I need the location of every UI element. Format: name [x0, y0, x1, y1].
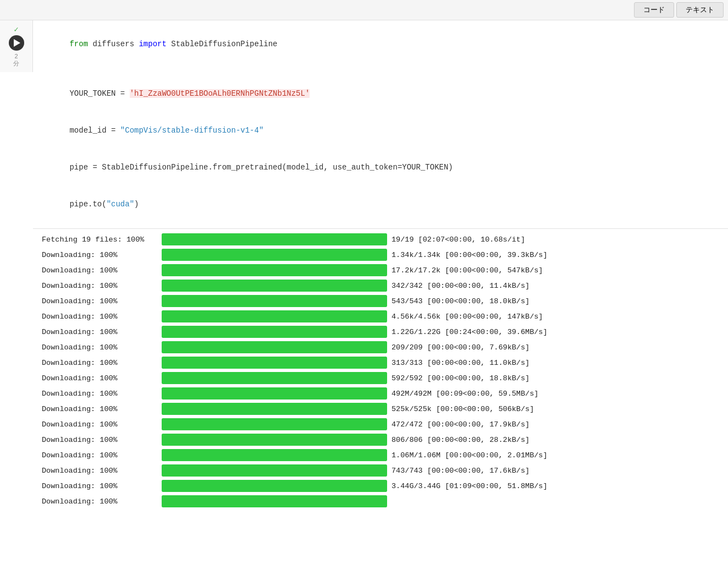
- progress-bar-container: [162, 387, 387, 400]
- progress-bar-container: [162, 341, 387, 353]
- progress-bar-container: [162, 233, 387, 245]
- progress-label: Downloading: 100%: [42, 297, 157, 305]
- progress-stats: 525k/525k [00:00<00:00, 506kB/s]: [391, 405, 534, 413]
- progress-label: Downloading: 100%: [42, 390, 157, 398]
- progress-row: Downloading: 100%472/472 [00:00<00:00, 1…: [42, 418, 695, 430]
- progress-row: Downloading: 100%1.06M/1.06M [00:00<00:0…: [42, 449, 695, 461]
- progress-label: Downloading: 100%: [42, 467, 157, 475]
- progress-bar-fill: [162, 249, 387, 261]
- progress-bar-fill: [162, 295, 387, 307]
- progress-label: Downloading: 100%: [42, 374, 157, 382]
- progress-label: Downloading: 100%: [42, 251, 157, 259]
- top-toolbar: コード テキスト: [0, 0, 728, 20]
- progress-stats: 342/342 [00:00<00:00, 11.4kB/s]: [391, 282, 530, 290]
- progress-label: Downloading: 100%: [42, 359, 157, 367]
- progress-stats: 472/472 [00:00<00:00, 17.9kB/s]: [391, 420, 530, 429]
- progress-stats: 806/806 [00:00<00:00, 28.2kB/s]: [391, 436, 530, 444]
- text-button[interactable]: テキスト: [676, 2, 724, 18]
- progress-label: Downloading: 100%: [42, 420, 157, 429]
- progress-bar-container: [162, 372, 387, 384]
- progress-label: Downloading: 100%: [42, 436, 157, 444]
- progress-row: Downloading: 100%806/806 [00:00<00:00, 2…: [42, 434, 695, 446]
- progress-bar-fill: [162, 480, 387, 492]
- progress-label: Downloading: 100%: [42, 405, 157, 413]
- progress-stats: 313/313 [00:00<00:00, 11.0kB/s]: [391, 359, 530, 367]
- progress-bar-fill: [162, 387, 387, 400]
- progress-row: Downloading: 100%1.22G/1.22G [00:24<00:0…: [42, 326, 695, 338]
- token-string: 'hI_ZzaWO0UtPE1BOoALh0ERNhPGNtZNb1Nz5L': [130, 89, 310, 98]
- progress-label: Fetching 19 files: 100%: [42, 236, 157, 244]
- code-text: pipe.to(: [69, 200, 106, 209]
- progress-bar-fill: [162, 280, 387, 292]
- progress-row: Downloading: 100%3.44G/3.44G [01:09<00:0…: [42, 480, 695, 492]
- code-button[interactable]: コード: [634, 2, 674, 18]
- progress-stats: 1.06M/1.06M [00:00<00:00, 2.01MB/s]: [391, 451, 548, 459]
- progress-label: Downloading: 100%: [42, 343, 157, 352]
- progress-bar-fill: [162, 233, 387, 245]
- progress-bar-container: [162, 310, 387, 322]
- progress-row: Downloading: 100%1.34k/1.34k [00:00<00:0…: [42, 249, 695, 261]
- progress-stats: 743/743 [00:00<00:00, 17.6kB/s]: [391, 467, 530, 475]
- progress-label: Downloading: 100%: [42, 282, 157, 290]
- progress-bar-container: [162, 264, 387, 276]
- code-text: YOUR_TOKEN =: [69, 89, 129, 98]
- progress-bar-fill: [162, 341, 387, 353]
- progress-row: Downloading: 100%4.56k/4.56k [00:00<00:0…: [42, 310, 695, 322]
- progress-stats: 592/592 [00:00<00:00, 18.8kB/s]: [391, 374, 530, 382]
- progress-bar-container: [162, 326, 387, 338]
- progress-row: Downloading: 100%313/313 [00:00<00:00, 1…: [42, 357, 695, 369]
- cell-label: 分: [13, 59, 19, 68]
- cell-number: 2: [14, 53, 18, 59]
- progress-bar-fill: [162, 326, 387, 338]
- progress-stats: 4.56k/4.56k [00:00<00:00, 147kB/s]: [391, 313, 543, 321]
- code-text: pipe = StableDiffusionPipeline.from_pret…: [69, 163, 453, 172]
- code-text: ): [134, 200, 139, 209]
- progress-bar-fill: [162, 264, 387, 276]
- progress-bar-container: [162, 403, 387, 415]
- progress-bar-fill: [162, 449, 387, 461]
- progress-bar-container: [162, 357, 387, 369]
- progress-bar-container: [162, 495, 387, 507]
- progress-row: Downloading: 100%209/209 [00:00<00:00, 7…: [42, 341, 695, 353]
- run-button[interactable]: [9, 35, 24, 51]
- progress-bar-fill: [162, 357, 387, 369]
- code-editor[interactable]: from diffusers import StableDiffusionPip…: [33, 20, 728, 229]
- progress-bar-container: [162, 418, 387, 430]
- play-icon: [14, 39, 20, 47]
- progress-label: Downloading: 100%: [42, 266, 157, 275]
- code-line-blank: [42, 63, 719, 75]
- progress-stats: 1.34k/1.34k [00:00<00:00, 39.3kB/s]: [391, 251, 548, 259]
- cell-check-icon: ✓: [14, 25, 18, 34]
- code-line-6: pipe.to("cuda"): [42, 186, 719, 223]
- progress-bar-fill: [162, 495, 387, 507]
- code-line-1: from diffusers import StableDiffusionPip…: [42, 26, 719, 63]
- progress-bar-fill: [162, 434, 387, 446]
- progress-bar-fill: [162, 310, 387, 322]
- progress-stats: 3.44G/3.44G [01:09<00:00, 51.8MB/s]: [391, 482, 548, 490]
- progress-stats: 19/19 [02:07<00:00, 10.68s/it]: [391, 236, 525, 244]
- progress-row: Downloading: 100%743/743 [00:00<00:00, 1…: [42, 464, 695, 477]
- progress-row: Downloading: 100%525k/525k [00:00<00:00,…: [42, 403, 695, 415]
- cuda-string: "cuda": [107, 200, 134, 209]
- output-area: Fetching 19 files: 100%19/19 [02:07<00:0…: [0, 229, 728, 515]
- progress-stats: 492M/492M [00:09<00:00, 59.5MB/s]: [391, 390, 538, 398]
- progress-row: Downloading: 100%342/342 [00:00<00:00, 1…: [42, 280, 695, 292]
- progress-bar-container: [162, 249, 387, 261]
- code-text: model_id =: [69, 126, 120, 135]
- progress-row: Downloading: 100%: [42, 495, 695, 507]
- progress-row: Downloading: 100%17.2k/17.2k [00:00<00:0…: [42, 264, 695, 276]
- progress-row: Downloading: 100%492M/492M [00:09<00:00,…: [42, 387, 695, 400]
- progress-bar-container: [162, 434, 387, 446]
- progress-bar-container: [162, 449, 387, 461]
- code-text: StableDiffusionPipeline: [167, 40, 278, 48]
- progress-stats: 1.22G/1.22G [00:24<00:00, 39.6MB/s]: [391, 328, 548, 336]
- progress-label: Downloading: 100%: [42, 497, 157, 506]
- progress-bar-container: [162, 480, 387, 492]
- progress-stats: 17.2k/17.2k [00:00<00:00, 547kB/s]: [391, 266, 543, 275]
- cell-gutter: ✓ 2 分: [0, 20, 33, 72]
- progress-label: Downloading: 100%: [42, 482, 157, 490]
- progress-label: Downloading: 100%: [42, 328, 157, 336]
- progress-bar-fill: [162, 403, 387, 415]
- keyword-from: from: [69, 40, 88, 48]
- code-line-4: model_id = "CompVis/stable-diffusion-v1-…: [42, 112, 719, 149]
